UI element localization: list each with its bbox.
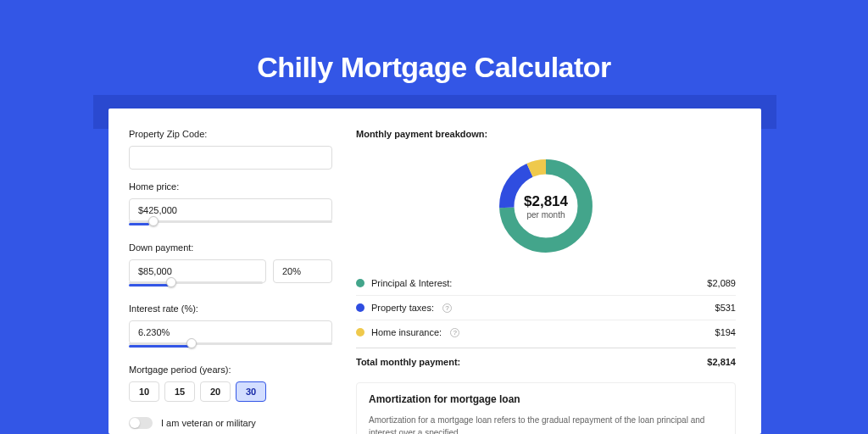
home-price-input[interactable]: [129, 198, 332, 222]
legend-dot: [356, 279, 364, 287]
legend-label: Principal & Interest:: [371, 278, 452, 288]
home-price-field: Home price:: [129, 181, 332, 231]
donut-chart: $2,814 per month: [356, 147, 736, 271]
period-label: Mortgage period (years):: [129, 364, 332, 375]
interest-slider[interactable]: [129, 344, 332, 353]
breakdown-title: Monthly payment breakdown:: [356, 129, 736, 139]
legend-value: $2,089: [707, 278, 736, 288]
legend-value: $531: [715, 303, 736, 313]
legend-row: Home insurance:?$194: [356, 320, 736, 344]
amortization-panel: Amortization for mortgage loan Amortizat…: [356, 382, 736, 434]
zip-label: Property Zip Code:: [129, 129, 332, 139]
period-field: Mortgage period (years): 10152030: [129, 364, 332, 402]
info-icon[interactable]: ?: [450, 328, 459, 337]
form-panel: Property Zip Code: Home price: Down paym…: [129, 129, 332, 434]
down-payment-slider[interactable]: [129, 283, 263, 292]
calculator-card: Property Zip Code: Home price: Down paym…: [108, 108, 761, 434]
legend-dot: [356, 328, 364, 337]
zip-input[interactable]: [129, 146, 332, 170]
donut-value: $2,814: [524, 193, 568, 210]
home-price-label: Home price:: [129, 181, 332, 192]
zip-field: Property Zip Code:: [129, 129, 332, 170]
breakdown-panel: Monthly payment breakdown: $2,814 per mo…: [356, 129, 736, 434]
down-payment-field: Down payment:: [129, 242, 332, 292]
down-payment-pct-input[interactable]: [273, 259, 332, 283]
period-option-30[interactable]: 30: [236, 381, 266, 402]
period-option-15[interactable]: 15: [164, 381, 195, 402]
amortization-title: Amortization for mortgage loan: [369, 393, 723, 405]
interest-field: Interest rate (%):: [129, 303, 332, 353]
interest-input[interactable]: [129, 320, 332, 344]
veteran-row: I am veteran or military: [129, 417, 332, 429]
down-payment-label: Down payment:: [129, 242, 332, 253]
period-option-10[interactable]: 10: [129, 381, 159, 402]
legend-value: $194: [715, 327, 736, 337]
veteran-toggle[interactable]: [129, 417, 153, 429]
legend-row: Principal & Interest:$2,089: [356, 271, 736, 296]
donut-sub: per month: [526, 210, 565, 220]
home-price-slider[interactable]: [129, 222, 332, 231]
info-icon[interactable]: ?: [442, 303, 452, 313]
down-payment-input[interactable]: [129, 259, 266, 283]
page-title: Chilly Mortgage Calculator: [0, 0, 868, 84]
total-label: Total monthly payment:: [356, 357, 460, 367]
legend-label: Property taxes:: [371, 303, 434, 313]
legend-dot: [356, 303, 364, 312]
total-value: $2,814: [707, 357, 736, 367]
amortization-body: Amortization for a mortgage loan refers …: [369, 414, 723, 434]
interest-label: Interest rate (%):: [129, 303, 332, 314]
legend-row: Property taxes:?$531: [356, 296, 736, 320]
legend-label: Home insurance:: [371, 327, 442, 337]
veteran-label: I am veteran or military: [161, 418, 256, 428]
period-option-20[interactable]: 20: [200, 381, 231, 402]
total-row: Total monthly payment: $2,814: [356, 348, 736, 367]
